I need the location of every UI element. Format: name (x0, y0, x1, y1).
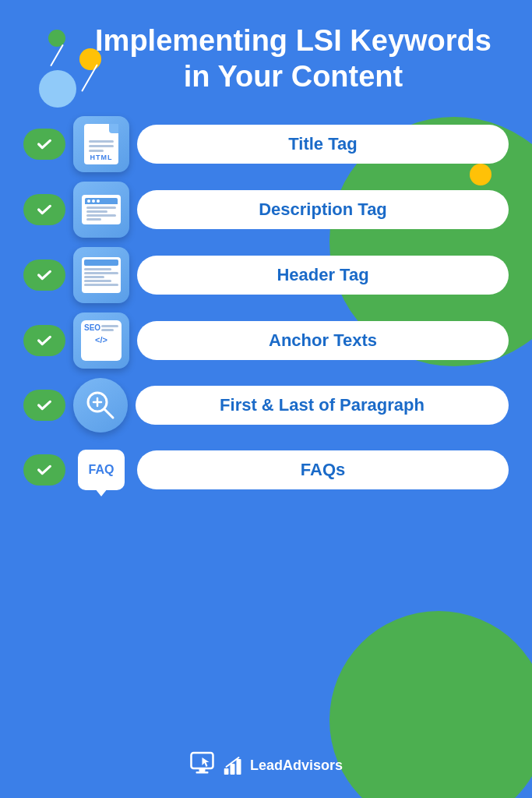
list-item: SEO </> Anchor Texts (23, 312, 509, 369)
label-pill-description-tag: Description Tag (137, 190, 509, 229)
header-line (84, 276, 104, 278)
icon-title-tag: HTML (73, 116, 129, 172)
seo-line (101, 325, 118, 327)
content-lines (85, 207, 118, 221)
check-badge-description-tag (23, 194, 65, 225)
icon-header-tag (73, 247, 129, 303)
page-title: Implementing LSI Keywords in Your Conten… (16, 23, 516, 94)
header-lines (84, 268, 118, 286)
icon-paragraph (73, 378, 128, 433)
icon-faqs: FAQ (73, 442, 129, 498)
footer: LeadAdvisors (189, 751, 343, 779)
doc-line (89, 140, 114, 143)
seo-line (101, 329, 114, 331)
header-document-icon (82, 257, 121, 293)
item-label-header-tag: Header Tag (277, 265, 368, 285)
item-label-faqs: FAQs (301, 460, 345, 480)
svg-rect-9 (230, 764, 234, 775)
doc-line (89, 150, 104, 152)
seo-label: SEO (84, 323, 100, 332)
check-icon (36, 267, 53, 284)
list-item: HTML Title Tag (23, 116, 509, 172)
search-magnify-icon (83, 388, 118, 422)
list-item: Description Tag (23, 182, 509, 238)
header-line (84, 268, 111, 270)
items-list: HTML Title Tag (16, 116, 516, 498)
content-line (86, 218, 101, 221)
check-badge-anchor-texts (23, 325, 65, 356)
svg-rect-10 (236, 759, 241, 775)
item-label-paragraph: First & Last of Paragraph (220, 395, 425, 415)
browser-dot (92, 200, 95, 203)
icon-description-tag (73, 182, 129, 238)
browser-dot (97, 200, 100, 203)
check-icon (36, 136, 53, 153)
svg-rect-6 (196, 772, 208, 774)
label-pill-header-tag: Header Tag (137, 256, 509, 295)
icon-anchor-texts: SEO </> (73, 312, 129, 369)
label-pill-paragraph: First & Last of Paragraph (136, 386, 509, 425)
bg-decoration-circle-bottom (329, 611, 532, 798)
seo-top-section: SEO (84, 323, 118, 332)
check-icon (36, 201, 53, 218)
check-icon (36, 397, 53, 414)
header-bar (84, 260, 118, 266)
item-label-anchor-texts: Anchor Texts (269, 330, 377, 351)
svg-rect-8 (224, 768, 228, 775)
check-icon (36, 332, 53, 349)
check-badge-faqs (23, 454, 65, 486)
browser-bar (85, 198, 118, 204)
label-pill-title-tag: Title Tag (137, 125, 509, 164)
content-line (86, 214, 116, 217)
label-pill-faqs: FAQs (137, 450, 509, 489)
item-label-title-tag: Title Tag (288, 134, 357, 154)
header-line (84, 280, 111, 282)
seo-lines (101, 325, 118, 331)
faq-bubble-text: FAQ (89, 463, 115, 477)
header-line (84, 272, 118, 274)
header-line (84, 284, 118, 286)
label-pill-anchor-texts: Anchor Texts (137, 321, 509, 360)
chart-icon (224, 756, 245, 775)
seo-code: </> (84, 335, 118, 344)
seo-icon: SEO </> (81, 320, 122, 361)
faq-bubble-icon: FAQ (78, 450, 125, 490)
html-document-icon: HTML (84, 124, 118, 164)
svg-rect-5 (199, 768, 205, 772)
browser-dot (87, 200, 90, 203)
svg-line-1 (104, 409, 113, 418)
html-label: HTML (90, 154, 113, 161)
monitor-icon (189, 751, 219, 779)
check-badge-header-tag (23, 260, 65, 291)
brand-logo: LeadAdvisors (189, 751, 343, 779)
list-item: Header Tag (23, 247, 509, 303)
check-badge-paragraph (23, 390, 65, 421)
content-line (86, 210, 107, 213)
doc-line (89, 145, 114, 147)
brand-name: LeadAdvisors (250, 757, 343, 774)
list-item: First & Last of Paragraph (23, 378, 509, 433)
browser-icon (82, 195, 121, 224)
content-line (86, 207, 116, 209)
check-badge-title-tag (23, 129, 65, 160)
svg-marker-7 (202, 757, 209, 767)
check-icon (36, 461, 53, 478)
list-item: FAQ FAQs (23, 442, 509, 498)
item-label-description-tag: Description Tag (259, 200, 387, 220)
